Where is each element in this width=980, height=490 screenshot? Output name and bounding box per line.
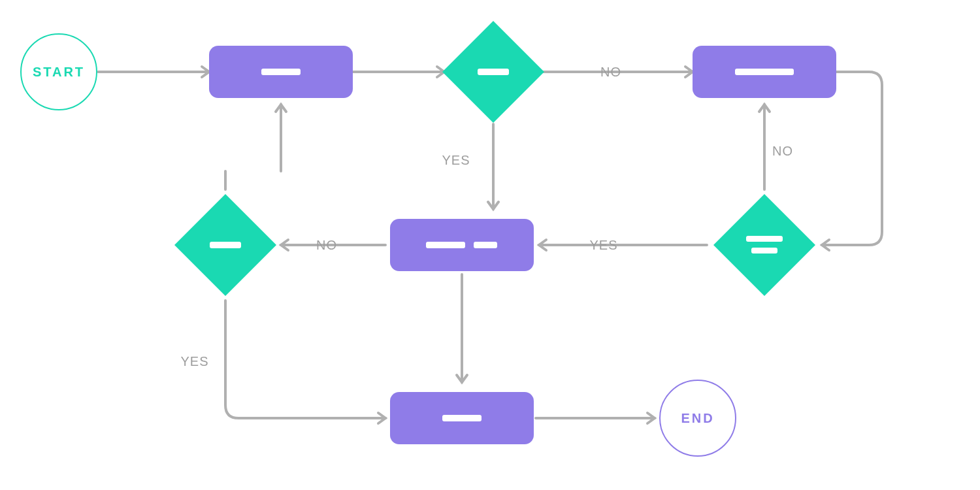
edge-p4-end: [536, 413, 655, 423]
edge-d3-p1: [225, 105, 286, 189]
placeholder-bar: [751, 248, 777, 253]
end-label: END: [681, 411, 714, 425]
edge-d1-p3: YES: [442, 124, 498, 209]
connector: [822, 72, 882, 245]
placeholder-bar: [210, 242, 241, 248]
placeholder-bar: [426, 242, 465, 248]
node-d2: [713, 194, 815, 296]
edge-p3-p4: [457, 274, 467, 382]
node-p4: [390, 392, 534, 444]
edge-label-yes: YES: [589, 238, 617, 252]
placeholder-bar: [478, 69, 509, 75]
node-d3: [174, 194, 276, 296]
node-start: START: [21, 34, 97, 110]
node-d1: [442, 21, 544, 123]
placeholder-bar: [735, 69, 794, 75]
flowchart-canvas: NONOYESYESNOYESSTARTEND: [0, 0, 980, 490]
edge-label-no: NO: [600, 65, 621, 79]
node-p2: [693, 46, 836, 98]
edge-label-no: NO: [316, 238, 337, 252]
edge-label-no: NO: [772, 144, 793, 158]
edge-start-p1: [98, 67, 209, 77]
edge-d2-p2: NO: [759, 105, 793, 189]
connector: [225, 301, 385, 418]
node-end: END: [660, 380, 736, 456]
nodes-layer: STARTEND: [21, 21, 836, 456]
edge-p2-d2: [822, 72, 882, 250]
placeholder-bar: [442, 415, 482, 421]
node-p3: [390, 219, 534, 271]
node-p1: [209, 46, 353, 98]
decision-diamond: [713, 194, 815, 296]
connector: [225, 105, 281, 189]
edge-p3-d3: NO: [281, 238, 385, 252]
edge-p1-d1: [353, 67, 444, 77]
edge-label-yes: YES: [180, 354, 208, 368]
placeholder-bar: [261, 69, 301, 75]
placeholder-bar: [474, 242, 497, 248]
edge-d2-p3: YES: [539, 238, 707, 252]
edge-d1-p2: NO: [542, 65, 693, 79]
placeholder-bar: [746, 236, 783, 242]
edge-d3-p4: YES: [180, 301, 385, 423]
edge-label-yes: YES: [442, 153, 470, 167]
start-label: START: [33, 65, 85, 79]
